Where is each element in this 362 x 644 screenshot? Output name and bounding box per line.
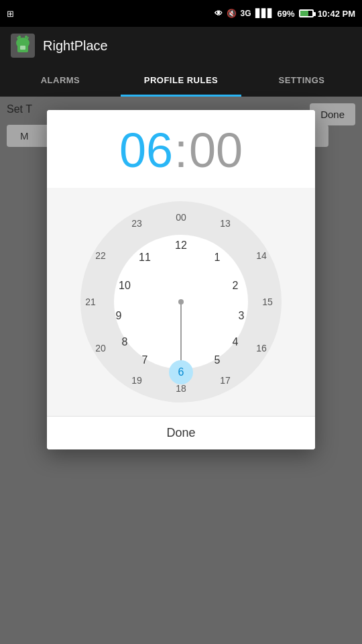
- clock-num-21[interactable]: 21: [85, 297, 96, 307]
- clock-num-17[interactable]: 17: [220, 375, 231, 386]
- svg-rect-7: [20, 46, 25, 50]
- battery-percent: 69%: [278, 9, 295, 19]
- clock-num-4[interactable]: 4: [233, 336, 239, 348]
- battery-icon: [299, 9, 314, 17]
- dialog-done-button[interactable]: Done: [47, 416, 315, 449]
- time-display: 06 : 00: [47, 110, 315, 188]
- app-header: RightPlace: [0, 27, 362, 64]
- time-colon: :: [174, 126, 188, 174]
- clock-num-12[interactable]: 12: [175, 239, 187, 252]
- mute-icon: 👁: [215, 9, 223, 18]
- tab-bar: ALARMS PROFILE RULES SETTINGS: [0, 64, 362, 97]
- clock-num-11[interactable]: 11: [139, 252, 151, 264]
- clock-num-19[interactable]: 19: [131, 375, 142, 386]
- tab-settings[interactable]: SETTINGS: [241, 64, 362, 95]
- clock-num-00[interactable]: 00: [176, 212, 186, 223]
- modal-overlay: 06 : 00 00 13 23 22 14 21 15: [0, 97, 362, 644]
- network-type: 3G: [241, 9, 251, 18]
- clock-num-9[interactable]: 9: [116, 310, 122, 322]
- time-picker-dialog: 06 : 00 00 13 23 22 14 21 15: [47, 110, 315, 449]
- status-right: 👁 🔇 3G ▋▋▋ 69% 10:42 PM: [215, 9, 355, 19]
- time-minutes[interactable]: 00: [189, 126, 243, 174]
- clock-selected-6[interactable]: 6: [169, 360, 193, 384]
- app-title: RightPlace: [43, 38, 108, 54]
- svg-point-5: [18, 36, 21, 38]
- clock-center-dot: [178, 299, 184, 305]
- clock-num-10[interactable]: 10: [119, 280, 131, 292]
- clock-num-15[interactable]: 15: [262, 297, 273, 307]
- tab-profile-rules[interactable]: PROFILE RULES: [121, 64, 241, 95]
- signal-mute-icon: 🔇: [227, 9, 237, 18]
- svg-point-6: [25, 36, 27, 38]
- clock-num-20[interactable]: 20: [95, 343, 106, 354]
- clock-num-18[interactable]: 18: [176, 383, 186, 394]
- clock-container[interactable]: 00 13 23 22 14 21 15 20 16 19: [47, 188, 315, 416]
- notification-icon: ⊞: [7, 9, 14, 19]
- clock-num-8[interactable]: 8: [122, 336, 128, 348]
- status-left: ⊞: [7, 9, 14, 19]
- clock-num-3[interactable]: 3: [239, 310, 245, 322]
- time-hours[interactable]: 06: [119, 126, 173, 174]
- clock-num-22[interactable]: 22: [95, 250, 106, 261]
- clock-num-5[interactable]: 5: [215, 354, 221, 366]
- tab-alarms[interactable]: ALARMS: [0, 64, 121, 95]
- clock-num-7[interactable]: 7: [142, 354, 148, 366]
- signal-bars-icon: ▋▋▋: [255, 9, 274, 18]
- status-bar: ⊞ 👁 🔇 3G ▋▋▋ 69% 10:42 PM: [0, 0, 362, 27]
- clock-num-1[interactable]: 1: [215, 252, 221, 264]
- clock-face[interactable]: 00 13 23 22 14 21 15 20 16 19: [80, 201, 282, 402]
- clock-num-23[interactable]: 23: [131, 218, 142, 229]
- clock-num-13[interactable]: 13: [220, 218, 231, 229]
- clock-num-2[interactable]: 2: [233, 280, 239, 292]
- app-logo: [11, 34, 35, 58]
- clock-num-14[interactable]: 14: [256, 250, 267, 261]
- clock-hand: [180, 302, 182, 362]
- clock: 10:42 PM: [318, 9, 355, 19]
- clock-num-16[interactable]: 16: [256, 343, 267, 354]
